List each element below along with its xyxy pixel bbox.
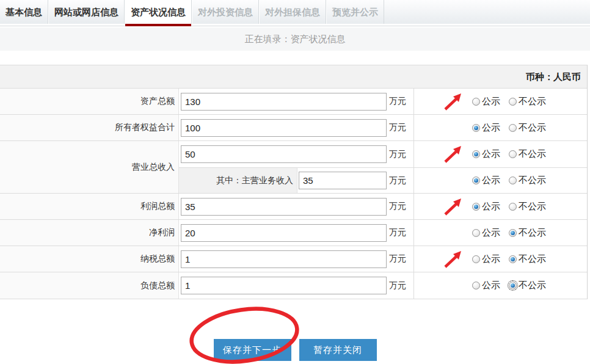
row-label: 营业总收入 — [0, 141, 179, 193]
table-row-net-profit: 净利润 万元 公示 不公示 — [0, 220, 587, 246]
save-close-button[interactable]: 暂存并关闭 — [299, 339, 377, 361]
publish-radio-label: 公示 — [482, 201, 500, 213]
radio-circle[interactable] — [472, 282, 480, 289]
radio-circle[interactable] — [509, 124, 517, 132]
amount-cell: 万元 — [179, 272, 413, 299]
red-arrow-annotation — [442, 144, 464, 165]
publish-radio[interactable]: 公示 — [472, 227, 500, 239]
radio-circle[interactable] — [509, 282, 517, 289]
radio-circle[interactable] — [509, 150, 517, 158]
status-bar: 正在填录：资产状况信息 — [0, 27, 590, 51]
red-arrow-annotation — [442, 197, 464, 217]
row-label: 负债总额 — [0, 272, 179, 299]
red-arrow-annotation — [442, 92, 464, 112]
publish-radio-group: 公示 不公示 — [472, 175, 546, 186]
row-label: 利润总额 — [0, 194, 179, 219]
radio-circle[interactable] — [509, 203, 517, 211]
amount-cell: 万元 — [179, 115, 413, 140]
no-publish-radio-label: 不公示 — [519, 148, 546, 160]
no-publish-radio-label: 不公示 — [519, 175, 546, 186]
publish-radio-group: 公示 不公示 — [472, 280, 546, 291]
radio-circle[interactable] — [472, 98, 480, 106]
publish-choice-cell: 公示 不公示 — [413, 168, 587, 193]
amount-cell: 万元 — [179, 194, 413, 219]
table-row-total-liabilities: 负债总额 万元 公示 不公示 — [0, 272, 587, 299]
row-label: 资产总额 — [0, 89, 179, 114]
publish-radio-label: 公示 — [482, 148, 500, 160]
no-publish-radio-label: 不公示 — [519, 227, 546, 239]
radio-circle[interactable] — [472, 255, 480, 263]
radio-circle[interactable] — [472, 229, 480, 237]
unit-label: 万元 — [389, 96, 406, 107]
publish-radio-group: 公示 不公示 — [472, 201, 546, 213]
publish-radio[interactable]: 公示 — [472, 96, 500, 107]
publish-radio-label: 公示 — [482, 175, 500, 186]
row-label: 纳税总额 — [0, 246, 179, 272]
publish-radio-group: 公示 不公示 — [472, 122, 546, 134]
tab-asset-status-info[interactable]: 资产状况信息 — [125, 0, 192, 24]
table-header: 币种：人民币 — [0, 65, 587, 89]
radio-circle[interactable] — [472, 150, 480, 158]
table-row-total-tax: 纳税总额 万元 公示 不公示 — [0, 246, 587, 272]
compound-cells: 万元 公示 不公示 — [179, 141, 587, 193]
unit-label: 万元 — [389, 227, 406, 238]
net-profit-input[interactable] — [181, 224, 387, 242]
tab-website-info[interactable]: 网站或网店信息 — [48, 0, 125, 24]
radio-circle[interactable] — [509, 229, 517, 237]
total-profit-input[interactable] — [181, 198, 387, 216]
no-publish-radio[interactable]: 不公示 — [509, 201, 546, 213]
tab-basic-info[interactable]: 基本信息 — [0, 0, 48, 24]
no-publish-radio[interactable]: 不公示 — [509, 148, 546, 160]
tab-bar-bottom-line — [0, 26, 590, 26]
unit-label: 万元 — [389, 175, 406, 186]
asset-form-table: 币种：人民币 资产总额 万元 公示 不 — [0, 65, 588, 299]
publish-radio-label: 公示 — [482, 253, 500, 265]
total-revenue-sub-row: 万元 公示 不公示 — [179, 141, 587, 167]
publish-radio[interactable]: 公示 — [472, 148, 500, 160]
total-tax-input[interactable] — [181, 250, 387, 268]
sub-row-label: 其中：主营业务收入 — [179, 168, 297, 193]
publish-radio[interactable]: 公示 — [472, 253, 500, 265]
main-business-revenue-input[interactable] — [299, 172, 387, 189]
radio-circle[interactable] — [472, 203, 480, 211]
total-assets-input[interactable] — [181, 93, 387, 111]
total-liabilities-input[interactable] — [181, 277, 387, 294]
radio-circle[interactable] — [509, 255, 517, 263]
unit-label: 万元 — [389, 149, 406, 160]
status-text: 正在填录：资产状况信息 — [245, 34, 346, 44]
publish-radio-group: 公示 不公示 — [472, 227, 546, 239]
publish-radio[interactable]: 公示 — [472, 175, 500, 186]
total-revenue-input[interactable] — [181, 145, 387, 163]
publish-choice-cell: 公示 不公示 — [413, 115, 587, 140]
no-publish-radio-label: 不公示 — [519, 253, 546, 265]
no-publish-radio[interactable]: 不公示 — [509, 253, 546, 265]
tab-external-guarantee-info: 对外担保信息 — [259, 0, 326, 24]
radio-circle[interactable] — [509, 98, 517, 106]
publish-radio[interactable]: 公示 — [472, 201, 500, 213]
no-publish-radio[interactable]: 不公示 — [509, 175, 546, 186]
radio-circle[interactable] — [509, 177, 517, 184]
publish-radio-group: 公示 不公示 — [472, 148, 546, 160]
amount-cell: 万元 — [297, 168, 413, 193]
amount-cell: 万元 — [179, 141, 413, 167]
publish-radio-label: 公示 — [482, 122, 500, 134]
publish-choice-cell: 公示 不公示 — [413, 220, 587, 246]
no-publish-radio[interactable]: 不公示 — [509, 280, 546, 291]
no-publish-radio-label: 不公示 — [519, 122, 546, 134]
main-business-revenue-sub-row: 其中：主营业务收入 万元 公示 不公 — [179, 167, 587, 193]
no-publish-radio[interactable]: 不公示 — [509, 122, 546, 134]
form-footer: 保存并下一步 暂存并关闭 — [0, 299, 590, 364]
save-next-button[interactable]: 保存并下一步 — [214, 339, 291, 361]
radio-circle[interactable] — [472, 177, 480, 184]
publish-radio[interactable]: 公示 — [472, 122, 500, 134]
no-publish-radio[interactable]: 不公示 — [509, 96, 546, 107]
owner-equity-input[interactable] — [181, 119, 387, 137]
currency-label: 币种：人民币 — [526, 71, 581, 82]
tab-bar: 基本信息 网站或网店信息 资产状况信息 对外投资信息 对外担保信息 预览并公示 — [0, 0, 590, 26]
no-publish-radio[interactable]: 不公示 — [509, 227, 546, 239]
publish-radio-group: 公示 不公示 — [472, 253, 546, 265]
amount-cell: 万元 — [179, 89, 413, 114]
radio-circle[interactable] — [472, 124, 480, 132]
publish-radio[interactable]: 公示 — [472, 280, 500, 291]
unit-label: 万元 — [389, 253, 406, 264]
